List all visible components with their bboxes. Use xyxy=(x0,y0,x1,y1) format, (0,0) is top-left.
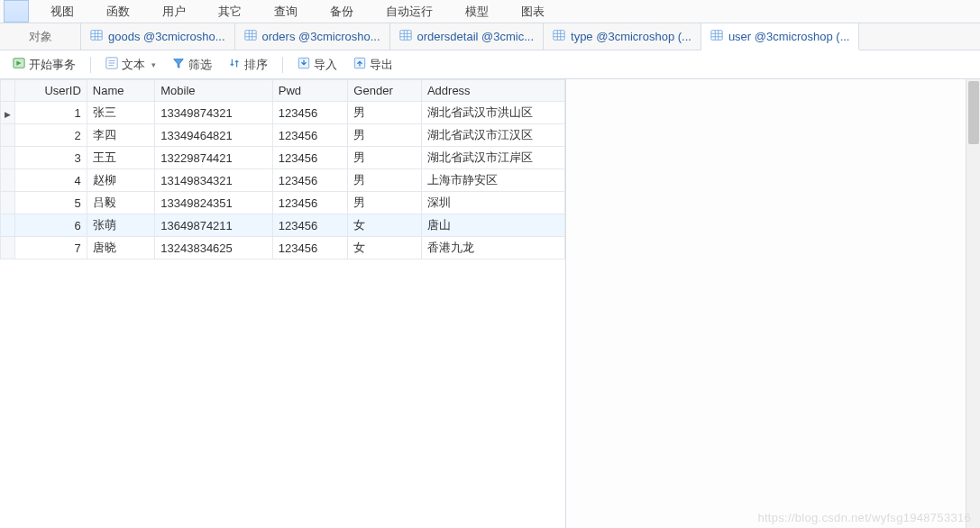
tab[interactable]: type @3cmicroshop (... xyxy=(544,23,701,50)
cell[interactable]: 湖北省武汉市江岸区 xyxy=(421,147,564,169)
table-icon xyxy=(399,29,412,44)
cell[interactable]: 6 xyxy=(15,214,87,237)
cell[interactable]: 女 xyxy=(348,237,422,259)
tab[interactable]: user @3cmicroshop (... xyxy=(701,23,860,50)
cell[interactable]: 男 xyxy=(348,147,422,169)
cell[interactable]: 5 xyxy=(15,192,87,214)
menu-item[interactable]: 模型 xyxy=(449,0,505,23)
text-view-button[interactable]: 文本 xyxy=(100,54,161,76)
cell[interactable]: 3 xyxy=(15,147,87,169)
cell[interactable]: 123456 xyxy=(272,102,348,124)
cell[interactable]: 123456 xyxy=(272,147,348,169)
cell[interactable]: 王五 xyxy=(87,147,154,169)
cell[interactable]: 张萌 xyxy=(87,214,154,237)
cell[interactable]: 13349464821 xyxy=(155,124,273,147)
cell[interactable]: 1 xyxy=(15,102,87,124)
table-row[interactable]: 7唐晓13243834625123456女香港九龙 xyxy=(1,237,565,259)
cell[interactable]: 123456 xyxy=(272,124,348,147)
column-header[interactable]: Gender xyxy=(348,80,422,102)
table-row[interactable]: 4赵柳13149834321123456男上海市静安区 xyxy=(1,169,565,192)
cell[interactable]: 湖北省武汉市洪山区 xyxy=(421,102,564,124)
cell[interactable]: 123456 xyxy=(272,237,348,259)
cell[interactable]: 123456 xyxy=(272,192,348,214)
menu-item[interactable]: 用户 xyxy=(146,0,202,23)
table-row[interactable]: 5吕毅13349824351123456男深圳 xyxy=(1,192,565,214)
cell[interactable]: 男 xyxy=(348,192,422,214)
cell[interactable]: 吕毅 xyxy=(87,192,154,214)
tab[interactable]: orders @3cmicrosho... xyxy=(235,23,390,50)
export-button[interactable]: 导出 xyxy=(348,54,398,76)
menubar-accent xyxy=(4,0,29,23)
play-icon xyxy=(13,57,25,72)
menu-item[interactable]: 视图 xyxy=(34,0,90,23)
row-marker[interactable] xyxy=(1,147,15,169)
cell[interactable]: 李四 xyxy=(87,124,154,147)
row-marker[interactable] xyxy=(1,124,15,147)
row-marker[interactable] xyxy=(1,192,15,214)
column-header[interactable]: Name xyxy=(87,80,154,102)
menu-item[interactable]: 图表 xyxy=(505,0,561,23)
menu-item[interactable]: 函数 xyxy=(90,0,146,23)
cell[interactable]: 13149834321 xyxy=(155,169,273,192)
begin-transaction-button[interactable]: 开始事务 xyxy=(7,54,81,76)
empty-right-panel xyxy=(566,79,980,528)
column-header[interactable]: Pwd xyxy=(272,80,348,102)
cell[interactable]: 湖北省武汉市江汉区 xyxy=(421,124,564,147)
sort-button[interactable]: 排序 xyxy=(223,54,273,76)
text-view-label: 文本 xyxy=(122,57,145,73)
filter-button[interactable]: 筛选 xyxy=(167,54,217,76)
watermark-text: https://blog.csdn.net/wyfsg1948753316 xyxy=(757,511,971,524)
cell[interactable]: 女 xyxy=(348,214,422,237)
sort-label: 排序 xyxy=(244,57,268,73)
menu-item[interactable]: 其它 xyxy=(202,0,258,23)
cell[interactable]: 13349874321 xyxy=(155,102,273,124)
menu-item[interactable]: 查询 xyxy=(258,0,314,23)
row-marker[interactable] xyxy=(1,237,15,259)
scrollbar-thumb[interactable] xyxy=(968,81,979,144)
cell[interactable]: 4 xyxy=(15,169,87,192)
cell[interactable]: 13229874421 xyxy=(155,147,273,169)
svg-rect-20 xyxy=(711,30,722,40)
menu-item[interactable]: 备份 xyxy=(314,0,370,23)
cell[interactable]: 唐山 xyxy=(421,214,564,237)
cell[interactable]: 7 xyxy=(15,237,87,259)
sort-icon xyxy=(228,57,241,72)
import-button[interactable]: 导入 xyxy=(292,54,343,76)
export-icon xyxy=(353,57,366,72)
cell[interactable]: 13243834625 xyxy=(155,237,273,259)
column-header[interactable]: Mobile xyxy=(155,80,273,102)
table-row[interactable]: 1张三13349874321123456男湖北省武汉市洪山区 xyxy=(1,102,565,124)
cell[interactable]: 男 xyxy=(348,169,422,192)
cell[interactable]: 123456 xyxy=(272,214,348,237)
table-row[interactable]: 6张萌13649874211123456女唐山 xyxy=(1,214,565,237)
cell[interactable]: 男 xyxy=(348,124,422,147)
tab[interactable]: ordersdetail @3cmic... xyxy=(390,23,545,50)
cell[interactable]: 香港九龙 xyxy=(421,237,564,259)
column-header[interactable]: UserID xyxy=(15,80,87,102)
tab[interactable]: goods @3cmicrosho... xyxy=(81,23,235,50)
text-icon xyxy=(105,57,118,72)
table-row[interactable]: 2李四13349464821123456男湖北省武汉市江汉区 xyxy=(1,124,565,147)
column-header[interactable]: Address xyxy=(421,80,564,102)
import-icon xyxy=(298,57,310,72)
cell[interactable]: 唐晓 xyxy=(87,237,154,259)
data-grid[interactable]: UserIDNameMobilePwdGenderAddress 1张三1334… xyxy=(0,79,565,259)
cell[interactable]: 13349824351 xyxy=(155,192,273,214)
filter-icon xyxy=(172,57,185,72)
object-tab-label[interactable]: 对象 xyxy=(0,23,81,50)
cell[interactable]: 2 xyxy=(15,124,87,147)
cell[interactable]: 赵柳 xyxy=(87,169,154,192)
cell[interactable]: 深圳 xyxy=(421,192,564,214)
table-row[interactable]: 3王五13229874421123456男湖北省武汉市江岸区 xyxy=(1,147,565,169)
cell[interactable]: 男 xyxy=(348,102,422,124)
grid-body: 1张三13349874321123456男湖北省武汉市洪山区2李四1334946… xyxy=(1,102,565,259)
vertical-scrollbar[interactable] xyxy=(966,79,980,528)
menu-item[interactable]: 自动运行 xyxy=(370,0,449,23)
row-marker[interactable] xyxy=(1,102,15,124)
cell[interactable]: 13649874211 xyxy=(155,214,273,237)
cell[interactable]: 张三 xyxy=(87,102,154,124)
cell[interactable]: 上海市静安区 xyxy=(421,169,564,192)
row-marker[interactable] xyxy=(1,214,15,237)
row-marker[interactable] xyxy=(1,169,15,192)
cell[interactable]: 123456 xyxy=(272,169,348,192)
